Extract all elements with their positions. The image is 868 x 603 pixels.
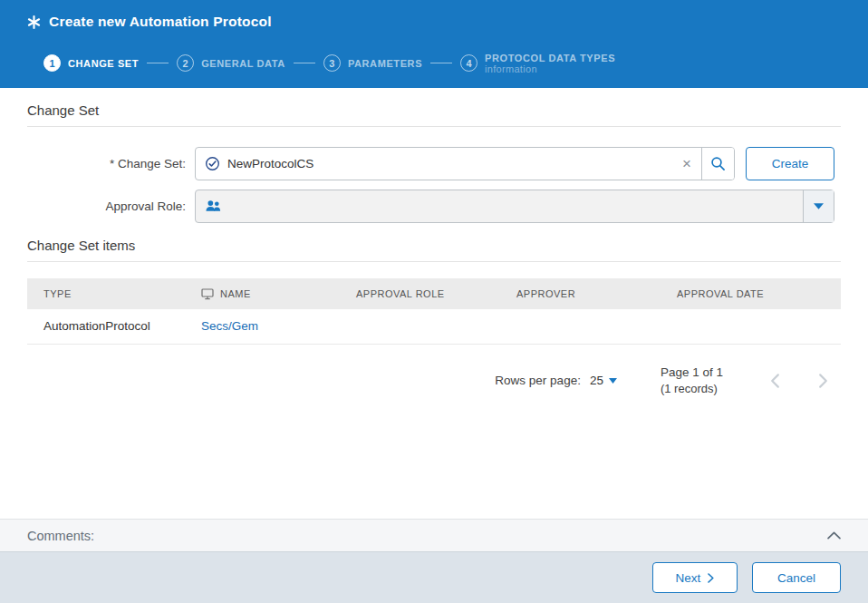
search-icon [710,156,726,171]
chevron-up-icon [827,531,841,540]
main-content: Change Set * Change Set: NewProtocolCS × [0,88,868,519]
step-number: 2 [177,54,194,72]
cell-approval-role [340,309,500,344]
dialog-header: Create new Automation Protocol 1 CHANGE … [0,0,868,88]
page-label: Page 1 of 1 [661,365,723,381]
create-automation-protocol-dialog: Create new Automation Protocol 1 CHANGE … [0,0,868,603]
approval-role-select[interactable] [195,190,834,223]
change-set-section-title: Change Set [27,102,841,127]
asterisk-icon [27,15,41,29]
dialog-footer: Next Cancel [0,551,868,603]
change-set-value: NewProtocolCS [227,157,672,170]
column-header-approval-role[interactable]: APPROVAL ROLE [340,278,500,309]
rows-per-page-arrow-icon [609,378,617,384]
step-sublabel: information [485,63,615,74]
dropdown-arrow-icon[interactable] [803,190,834,222]
comments-section-header[interactable]: Comments: [0,519,868,551]
chevron-right-icon [818,373,828,389]
rows-per-page-select[interactable]: 25 [590,374,617,387]
column-header-approval-date[interactable]: APPROVAL DATE [661,278,841,309]
step-number: 4 [460,54,477,72]
next-button[interactable]: Next [652,562,738,593]
column-header-type[interactable]: TYPE [27,278,185,309]
check-circle-icon [196,156,227,171]
monitor-icon [201,288,214,300]
change-set-row: * Change Set: NewProtocolCS × [27,147,841,180]
next-chevron-icon [708,573,714,583]
people-icon [196,199,229,213]
search-button[interactable] [701,148,734,180]
change-set-form: * Change Set: NewProtocolCS × [27,147,841,223]
page-info: Page 1 of 1 (1 records) [661,365,723,397]
cell-approver [500,309,661,344]
chevron-left-icon [770,373,780,389]
records-label: (1 records) [661,381,723,397]
approval-role-label: Approval Role: [27,199,195,213]
column-header-name[interactable]: NAME [185,278,340,309]
step-number: 1 [43,54,61,72]
collapse-button[interactable] [827,531,841,540]
previous-page-button[interactable] [770,373,780,389]
rows-per-page-label: Rows per page: [495,374,581,387]
wizard-stepper: 1 CHANGE SET 2 GENERAL DATA 3 PARAMETERS… [0,44,868,88]
cell-approval-date [661,309,841,344]
step-number: 3 [323,54,341,72]
stepper-connector [294,63,315,63]
change-set-items-table: TYPE NAME [27,278,841,345]
stepper-step-parameters[interactable]: 3 PARAMETERS [323,54,422,72]
comments-label: Comments: [27,529,94,543]
clear-icon[interactable]: × [672,156,701,171]
table-row[interactable]: AutomationProtocol Secs/Gem [27,309,841,344]
next-page-button[interactable] [818,373,828,389]
change-set-input[interactable]: NewProtocolCS × [195,147,735,180]
column-header-approver[interactable]: APPROVER [500,278,661,309]
table-header-row: TYPE NAME [27,278,841,309]
cell-type: AutomationProtocol [27,309,185,344]
title-row: Create new Automation Protocol [0,0,868,44]
step-label: CHANGE SET [68,58,139,69]
stepper-step-protocol-data-types[interactable]: 4 PROTOCOL DATA TYPES information [460,53,615,74]
stepper-connector [147,63,169,63]
step-label: GENERAL DATA [201,58,285,69]
stepper-step-change-set[interactable]: 1 CHANGE SET [43,54,139,72]
item-name-link[interactable]: Secs/Gem [201,319,258,333]
change-set-label: * Change Set: [27,157,195,170]
approval-role-row: Approval Role: [27,190,841,223]
change-set-items-title: Change Set items [27,238,841,262]
stepper-connector [430,63,452,63]
step-label: PARAMETERS [348,58,422,69]
cancel-button[interactable]: Cancel [752,562,841,593]
step-label: PROTOCOL DATA TYPES [485,53,615,63]
page-title: Create new Automation Protocol [49,14,272,30]
stepper-step-general-data[interactable]: 2 GENERAL DATA [177,54,285,72]
create-button[interactable]: Create [746,147,834,180]
pagination-bar: Rows per page: 25 Page 1 of 1 (1 records… [27,365,841,397]
